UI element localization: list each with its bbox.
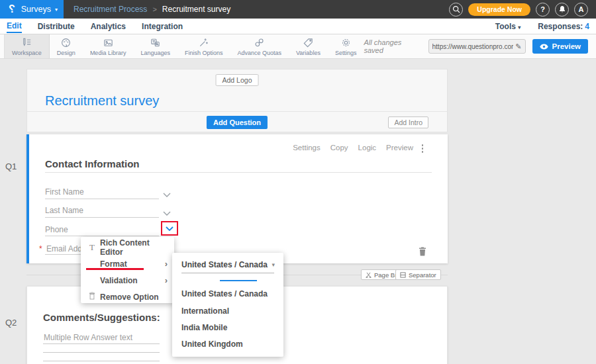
tab-distribute[interactable]: Distribute: [38, 20, 75, 32]
breadcrumb: Recruitment Process > Recruitment survey: [74, 5, 230, 14]
toolbar-item-settings[interactable]: Settings: [328, 34, 364, 58]
annotation-format-underline: [86, 268, 144, 270]
tab-integration[interactable]: Integration: [142, 20, 183, 32]
nav-tabs: Edit Distribute Analytics Integration To…: [0, 19, 596, 34]
chevron-down-icon: ▾: [518, 24, 521, 30]
share-url-box: ✎: [428, 39, 526, 54]
submenu-arrow-icon: ›: [165, 277, 168, 284]
add-logo-button[interactable]: Add Logo: [216, 74, 259, 86]
topbar-actions: Upgrade Now ? A: [449, 3, 596, 17]
languages-icon: [150, 37, 161, 48]
responses-count: 4: [585, 22, 589, 31]
answer-placeholder[interactable]: Multiple Row Answer text: [44, 333, 132, 342]
field-underline: [45, 217, 159, 218]
trash-icon: [87, 292, 97, 302]
toolbar-item-languages[interactable]: Languages: [133, 34, 177, 58]
variables-icon: [303, 37, 314, 48]
share-url-input[interactable]: [432, 43, 514, 50]
toolbar-item-advance-quotas[interactable]: Advance Quotas: [230, 34, 289, 58]
design-icon: [60, 37, 72, 48]
breadcrumb-separator-icon: >: [152, 5, 156, 13]
product-switcher-label: Surveys: [21, 5, 51, 14]
chevron-down-icon: [163, 193, 171, 197]
menu-item-validation[interactable]: Validation ›: [81, 272, 174, 289]
submenu-arrow-icon: ›: [165, 261, 168, 267]
survey-header-top: Add Logo Recruitment survey: [27, 69, 447, 111]
field-label-phone[interactable]: Phone: [45, 225, 68, 234]
upgrade-button[interactable]: Upgrade Now: [468, 3, 530, 16]
toolbar-item-workspace[interactable]: Workspace: [4, 34, 50, 58]
media-library-icon: [103, 37, 114, 48]
responses-counter[interactable]: Responses:4: [538, 22, 589, 31]
field-label-first-name[interactable]: First Name: [45, 187, 84, 197]
field-context-menu: T Rich Content Editor Format › Validatio…: [81, 237, 174, 303]
select-underline: [181, 273, 274, 273]
annotation-phone-dropdown[interactable]: [161, 221, 178, 236]
field-underline: [45, 236, 159, 236]
notifications-button[interactable]: [555, 3, 569, 17]
answer-underline: [43, 361, 160, 361]
menu-item-rich-content-editor[interactable]: T Rich Content Editor: [81, 239, 174, 255]
field-dropdown-last-name[interactable]: [163, 206, 171, 218]
question-label-q2: Q2: [5, 318, 17, 328]
question-actions: Settings Copy Logic Preview: [293, 144, 413, 152]
survey-editor: ? Surveys ▾ Recruitment Process > Recrui…: [0, 0, 596, 364]
scissors-icon: [366, 272, 372, 278]
settings-icon: [340, 37, 352, 48]
avatar[interactable]: A: [574, 3, 588, 17]
preview-button[interactable]: Preview: [532, 39, 588, 54]
chevron-down-icon: [163, 211, 171, 216]
survey-title[interactable]: Recruitment survey: [45, 93, 159, 109]
help-icon: ?: [540, 5, 545, 13]
toolbar-item-media-library[interactable]: Media Library: [83, 34, 134, 58]
chevron-down-icon: [166, 226, 174, 231]
question-title-q2[interactable]: Comments/Suggestions:: [43, 312, 160, 323]
toolbar-item-variables[interactable]: Variables: [289, 34, 328, 58]
select-active-indicator: [220, 280, 257, 281]
advance-quotas-icon: [254, 37, 265, 48]
format-option-india-mobile[interactable]: India Mobile: [181, 323, 227, 336]
question-title-q1[interactable]: Contact Information: [45, 158, 140, 169]
bell-icon: [558, 5, 566, 13]
chevron-down-icon: ▾: [55, 7, 58, 13]
product-switcher[interactable]: ? Surveys ▾: [0, 0, 64, 19]
question-title-divider: [45, 172, 432, 173]
answer-underline: [43, 352, 160, 353]
add-intro-button[interactable]: Add Intro: [388, 116, 428, 128]
question-preview-link[interactable]: Preview: [386, 144, 413, 152]
search-button[interactable]: [449, 3, 463, 17]
toolbar-item-design[interactable]: Design: [50, 34, 83, 58]
separator-icon: [400, 272, 406, 278]
finish-options-icon: [198, 37, 209, 48]
editor-toolbar: Workspace Design Media Library Languages…: [0, 34, 596, 59]
question-settings-link[interactable]: Settings: [293, 144, 321, 152]
required-asterisk: *: [39, 244, 42, 253]
edit-url-icon[interactable]: ✎: [515, 42, 521, 51]
menu-item-remove-option[interactable]: Remove Option: [81, 289, 174, 305]
question-label-q1: Q1: [5, 161, 17, 171]
breadcrumb-parent[interactable]: Recruitment Process: [74, 5, 147, 14]
help-button[interactable]: ?: [536, 3, 550, 17]
select-caret-icon[interactable]: ▾: [272, 261, 275, 268]
add-question-button[interactable]: Add Question: [207, 116, 268, 129]
question-copy-link[interactable]: Copy: [330, 144, 348, 152]
kebab-menu-icon[interactable]: [421, 144, 424, 154]
format-option-us-canada[interactable]: United States / Canada: [181, 289, 268, 302]
field-label-last-name[interactable]: Last Name: [45, 206, 83, 215]
field-underline: [45, 199, 159, 199]
trash-icon: [419, 247, 426, 256]
delete-question-button[interactable]: [419, 247, 426, 259]
format-option-international[interactable]: International: [181, 306, 229, 320]
save-status: All changes saved: [364, 38, 421, 54]
question-logic-link[interactable]: Logic: [358, 144, 377, 152]
toolbar-item-finish-options[interactable]: Finish Options: [177, 34, 230, 58]
tab-analytics[interactable]: Analytics: [91, 20, 126, 32]
tab-edit[interactable]: Edit: [7, 19, 22, 33]
format-select-value[interactable]: United States / Canada: [181, 260, 268, 269]
eye-icon: [540, 44, 548, 50]
tools-dropdown[interactable]: Tools ▾: [495, 22, 521, 31]
field-dropdown-first-name[interactable]: [163, 188, 171, 200]
text-format-icon: T: [87, 242, 97, 253]
format-option-united-kingdom[interactable]: United Kingdom: [181, 340, 243, 353]
separator-button[interactable]: Separator: [395, 269, 441, 280]
